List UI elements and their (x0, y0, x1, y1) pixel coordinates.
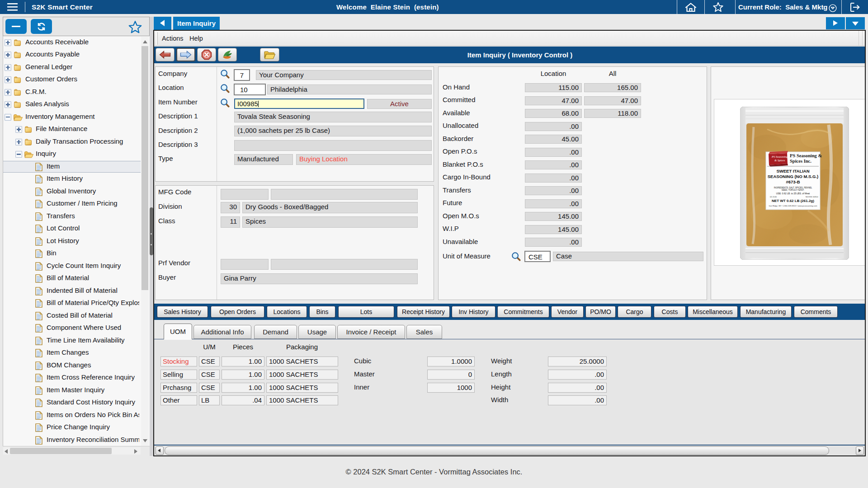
svg-text:SEED, TORULA YEAST.: SEED, TORULA YEAST. (782, 189, 804, 191)
svg-text:Spices Inc.: Spices Inc. (790, 159, 811, 164)
svg-text:SEASONING (NO M.S.G.): SEASONING (NO M.S.G.) (768, 174, 818, 179)
svg-text:Iron Ridge, WI • 1-800-328-831: Iron Ridge, WI • 1-800-328-8313 • www.ps… (769, 205, 817, 207)
svg-text:SWEET ITALIAN: SWEET ITALIAN (776, 169, 809, 174)
svg-text:N21916 34314: N21916 34314 (806, 196, 818, 198)
svg-text:02-1140: 02-1140 (770, 196, 777, 198)
svg-text:PS Seasoning: PS Seasoning (771, 155, 788, 158)
svg-text:#673-B: #673-B (786, 179, 800, 184)
svg-text:NET WT 0.62 LB (261.2g): NET WT 0.62 LB (261.2g) (772, 199, 814, 203)
svg-text:PS Seasoning &: PS Seasoning & (790, 153, 822, 158)
svg-text:& Spices: & Spices (774, 159, 785, 162)
svg-text:USE: 0.62 LB. to 25 LBS. of Me: USE: 0.62 LB. to 25 LBS. of Meat (776, 192, 810, 195)
